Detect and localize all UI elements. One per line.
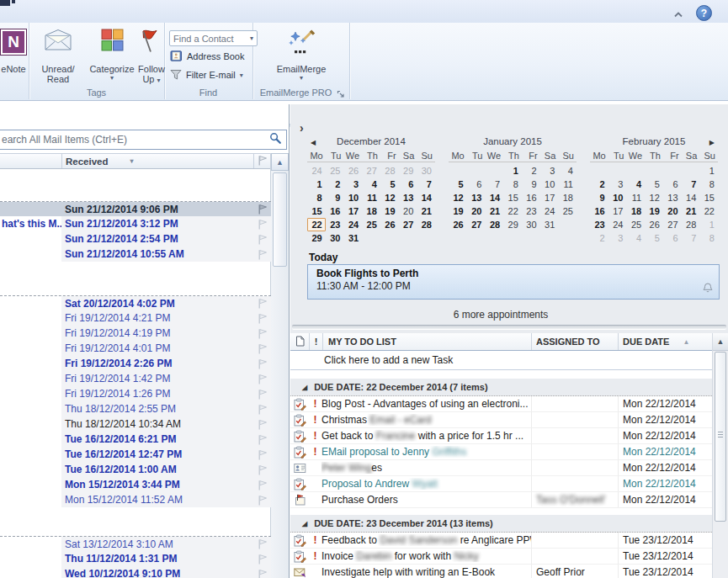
task-group-header[interactable]: ◢DUE DATE: 22 December 2014 (7 items) <box>290 379 712 396</box>
follow-up-flag-icon[interactable] <box>254 538 271 549</box>
calendar-day[interactable]: 28 <box>682 218 700 231</box>
follow-up-flag-icon[interactable] <box>254 343 271 354</box>
calendar-day[interactable]: 11 <box>362 191 380 204</box>
dialog-launcher-icon[interactable] <box>337 87 347 97</box>
mail-row[interactable]: Tue 16/12/2014 6:21 PM <box>0 432 271 447</box>
unread-read-button[interactable]: Unread/ Read <box>32 25 84 84</box>
calendar-day[interactable]: 5 <box>449 178 467 191</box>
calendar-day[interactable]: 12 <box>380 191 399 204</box>
calendar-day[interactable]: 11 <box>626 191 645 204</box>
calendar-day[interactable]: 2 <box>326 178 344 191</box>
mail-row[interactable]: Fri 19/12/2014 1:26 PM <box>0 386 271 401</box>
calendar-day[interactable]: 4 <box>558 164 577 178</box>
calendar-day[interactable]: 27 <box>663 218 682 231</box>
subject-column-header[interactable] <box>0 154 62 168</box>
follow-up-flag-icon[interactable] <box>254 464 271 475</box>
calendar-day[interactable]: 26 <box>343 164 362 178</box>
calendar-day[interactable]: 31 <box>343 231 362 245</box>
calendar-day[interactable]: 5 <box>380 178 399 191</box>
calendar-day[interactable]: 26 <box>449 218 467 231</box>
calendar-day[interactable]: 19 <box>380 204 399 218</box>
calendar-day[interactable]: 1 <box>503 164 522 178</box>
calendar-day[interactable]: 10 <box>608 191 627 204</box>
calendar-day[interactable]: 3 <box>540 164 559 178</box>
follow-up-flag-icon[interactable] <box>254 249 271 260</box>
calendar-day[interactable]: 28 <box>417 218 435 231</box>
scroll-up-button[interactable]: ▲ <box>271 153 289 171</box>
calendar-day[interactable]: 7 <box>682 231 700 245</box>
calendar-day[interactable]: 14 <box>485 191 503 204</box>
calendar-day[interactable]: 1 <box>307 178 326 191</box>
follow-up-flag-icon[interactable] <box>254 204 271 215</box>
calendar-day[interactable]: 9 <box>326 191 344 204</box>
minimize-ribbon-button[interactable] <box>670 8 687 19</box>
task-row[interactable]: Proposal to Andrew WyattMon 22/12/2014 <box>290 476 712 492</box>
calendar-day[interactable]: 2 <box>590 231 608 245</box>
mail-row[interactable]: Mon 15/12/2014 3:44 PM <box>0 477 271 492</box>
calendar-day[interactable]: 5 <box>645 178 663 191</box>
more-appointments-link[interactable]: 6 more appointments <box>290 309 711 321</box>
calendar-day[interactable]: 27 <box>467 218 486 231</box>
mail-row[interactable]: Thu 18/12/2014 2:55 PM <box>0 401 271 416</box>
calendar-day[interactable]: 29 <box>503 218 522 231</box>
calendar-day[interactable]: 15 <box>307 204 326 218</box>
follow-up-flag-icon[interactable] <box>254 374 271 384</box>
calendar-day[interactable]: 17 <box>540 191 559 204</box>
mail-row[interactable]: Fri 19/12/2014 4:21 PM <box>0 310 271 326</box>
calendar-day[interactable]: 26 <box>645 218 663 231</box>
calendar-day[interactable]: 28 <box>380 164 399 178</box>
task-group-header[interactable]: ◢DUE DATE: 23 December 2014 (13 items) <box>290 515 712 533</box>
follow-up-flag-icon[interactable] <box>254 404 271 415</box>
follow-up-flag-icon[interactable] <box>254 313 271 324</box>
calendar-day[interactable]: 2 <box>522 164 540 178</box>
calendar-day[interactable]: 15 <box>503 191 522 204</box>
calendar-day[interactable]: 12 <box>645 191 663 204</box>
follow-up-button[interactable]: Follow Up ▾ <box>140 25 163 84</box>
follow-up-flag-icon[interactable] <box>254 358 271 369</box>
follow-up-flag-icon[interactable] <box>254 480 271 491</box>
calendar-day[interactable]: 23 <box>522 204 540 218</box>
calendar-day[interactable]: 13 <box>399 191 417 204</box>
calendar-day[interactable]: 19 <box>449 204 467 218</box>
calendar-day[interactable]: 21 <box>682 204 700 218</box>
pane-splitter[interactable] <box>292 325 726 330</box>
calendar-day[interactable]: 20 <box>663 204 682 218</box>
calendar-day[interactable]: 11 <box>558 178 577 191</box>
calendar-day[interactable]: 24 <box>343 218 362 231</box>
calendar-day[interactable]: 3 <box>343 178 362 191</box>
task-row[interactable]: !Blog Post - Advantages of using an elec… <box>290 396 712 412</box>
calendar-day[interactable]: 1 <box>699 218 718 231</box>
address-book-button[interactable]: Address Book <box>170 50 244 63</box>
received-column-header[interactable]: Received ▾ <box>62 154 254 168</box>
task-type-column-header[interactable] <box>290 333 310 350</box>
search-button[interactable] <box>264 130 286 149</box>
calendar-day[interactable]: 24 <box>307 164 326 178</box>
calendar-day[interactable]: 2 <box>590 178 608 191</box>
task-row[interactable]: Purchase OrdersTass O'Donnell'Mon 22/12/… <box>290 492 712 508</box>
follow-up-flag-icon[interactable] <box>254 569 271 578</box>
calendar-day[interactable]: 18 <box>626 204 645 218</box>
calendar-day[interactable]: 4 <box>626 178 645 191</box>
calendar-day[interactable]: 8 <box>307 191 326 204</box>
calendar-day[interactable]: 27 <box>362 164 380 178</box>
task-row[interactable]: !Feedback to David Sanderson re Anglicar… <box>290 533 712 549</box>
calendar-day[interactable]: 15 <box>699 191 718 204</box>
calendar-day[interactable]: 25 <box>626 218 645 231</box>
calendar-day[interactable]: 28 <box>485 218 503 231</box>
mail-row[interactable]: Sun 21/12/2014 2:54 PM <box>0 231 271 247</box>
calendar-day[interactable]: 16 <box>326 204 344 218</box>
mail-row[interactable]: Fri 19/12/2014 2:26 PM <box>0 356 271 371</box>
calendar-day[interactable]: 25 <box>362 218 380 231</box>
calendar-day[interactable]: 16 <box>590 204 608 218</box>
task-row[interactable]: !Get back to Francine with a price for 1… <box>290 428 712 444</box>
calendar-day[interactable]: 20 <box>399 204 417 218</box>
calendar-day[interactable]: 9 <box>522 178 540 191</box>
calendar-day[interactable]: 31 <box>540 218 559 231</box>
follow-up-flag-icon[interactable] <box>254 449 271 460</box>
calendar-day[interactable]: 13 <box>663 191 682 204</box>
calendar-day[interactable]: 12 <box>449 191 467 204</box>
filter-email-button[interactable]: Filter E-mail ▾ <box>170 68 243 82</box>
calendar-day[interactable]: 18 <box>362 204 380 218</box>
scrollbar-thumb[interactable] <box>273 172 287 267</box>
mail-row[interactable]: Sat 20/12/2014 4:02 PM <box>0 295 271 310</box>
